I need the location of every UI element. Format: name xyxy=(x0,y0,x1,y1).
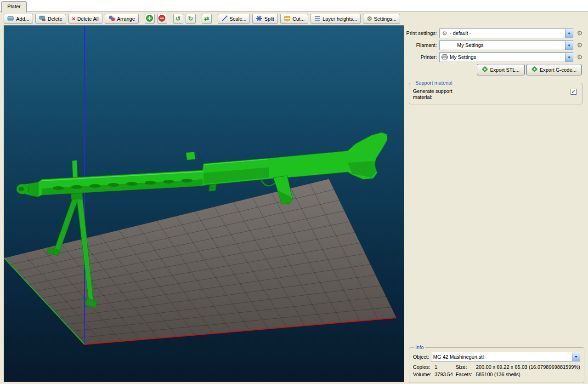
tab-plater[interactable]: Plater xyxy=(1,1,27,12)
object-select[interactable]: MG 42 Mashinegun.stl xyxy=(431,352,580,361)
delete-all-button[interactable]: × Delete All xyxy=(68,14,102,24)
filament-gear-button[interactable]: ⚙ xyxy=(575,40,584,50)
print-settings-row: Print settings: ⚙ - default - ⚙ xyxy=(406,28,586,38)
size-label: Size: xyxy=(456,364,476,370)
export-gcode-button[interactable]: Export G-code... xyxy=(526,64,582,75)
object-label: Object: xyxy=(413,354,431,360)
object-row: Object: MG 42 Mashinegun.stl xyxy=(413,352,580,361)
split-button[interactable]: Split xyxy=(252,14,277,24)
cut-button[interactable]: Cut... xyxy=(280,14,308,24)
printer-row: Printer: My Settings ⚙ xyxy=(406,52,586,62)
delete-button[interactable]: Delete xyxy=(35,14,66,24)
copies-label: Copies: xyxy=(413,364,435,370)
support-row: Generate support material: ✓ xyxy=(413,87,578,100)
printer-dropdown-button[interactable] xyxy=(565,53,573,62)
tab-strip: Plater xyxy=(0,0,588,12)
printer-gear-button[interactable]: ⚙ xyxy=(575,52,584,62)
remove-copy-button[interactable] xyxy=(157,14,167,24)
chevron-down-icon xyxy=(568,45,571,48)
filament-row: Filament: My Settings ⚙ xyxy=(406,40,586,50)
rotate-ccw-button[interactable]: ↺ xyxy=(173,14,183,24)
minus-icon xyxy=(158,15,165,23)
arrange-button[interactable]: Arrange xyxy=(105,14,139,24)
volume-facets-row: Volume: 3793.54 Facets: 585100 (136 shel… xyxy=(413,372,580,377)
info-title: Info xyxy=(414,344,425,350)
rotate-cw-icon: ↻ xyxy=(188,16,193,22)
gear-icon: ⚙ xyxy=(367,16,372,22)
viewport-3d[interactable] xyxy=(4,25,404,382)
copies-size-row: Copies: 1 Size: 200.00 x 69.22 x 65.03 (… xyxy=(413,364,580,370)
filament-label: Filament: xyxy=(406,42,439,48)
facets-label: Facets: xyxy=(456,372,476,377)
export-gcode-icon xyxy=(531,66,537,73)
printer-icon xyxy=(440,54,450,60)
rotate-ccw-icon: ↺ xyxy=(175,16,181,22)
size-value: 200.00 x 69.22 x 65.03 (16.0798969881599… xyxy=(476,364,580,370)
filament-select[interactable]: My Settings xyxy=(439,40,573,50)
print-settings-dropdown-button[interactable] xyxy=(565,29,573,38)
preset-gear-icon: ⚙ xyxy=(440,30,450,37)
export-row: Export STL... Export G-code... xyxy=(406,64,582,75)
viewport-scene xyxy=(4,26,404,382)
add-icon xyxy=(7,15,14,23)
checkmark-icon: ✓ xyxy=(571,89,576,94)
generate-support-label: Generate support material: xyxy=(413,87,461,100)
chevron-down-icon xyxy=(575,356,577,359)
cut-icon xyxy=(284,15,291,23)
slic3r-plater-window: { "window": { "tab_label": "Plater" }, "… xyxy=(0,0,588,384)
scale-icon xyxy=(221,15,228,23)
chevron-down-icon xyxy=(568,33,571,36)
filament-value: My Settings xyxy=(457,42,565,48)
toolbar: Add... Delete × Delete All Arrange ↺ ↻ ⇄… xyxy=(0,12,588,25)
delete-all-icon: × xyxy=(72,16,76,22)
printer-label: Printer: xyxy=(406,54,439,60)
add-button[interactable]: Add... xyxy=(4,14,33,24)
chevron-down-icon xyxy=(568,57,571,60)
plus-icon xyxy=(146,15,153,23)
mirror-button[interactable]: ⇄ xyxy=(202,14,212,24)
copies-value: 1 xyxy=(435,364,456,370)
settings-panel: Print settings: ⚙ - default - ⚙ Filament… xyxy=(406,25,586,384)
object-dropdown-button[interactable] xyxy=(572,352,580,361)
facets-value: 585100 (136 shells) xyxy=(476,372,580,377)
print-settings-label: Print settings: xyxy=(406,30,439,36)
layer-heights-button[interactable]: Layer heights... xyxy=(311,14,361,24)
print-settings-value: - default - xyxy=(450,30,565,36)
print-settings-select[interactable]: ⚙ - default - xyxy=(439,29,573,38)
add-copy-button[interactable] xyxy=(145,14,155,24)
object-value: MG 42 Mashinegun.stl xyxy=(431,354,572,360)
mirror-icon: ⇄ xyxy=(204,16,209,22)
support-material-title: Support material xyxy=(414,80,454,86)
printer-value: My Settings xyxy=(450,54,565,60)
split-icon xyxy=(256,15,262,23)
scale-button[interactable]: Scale... xyxy=(218,14,250,24)
filament-dropdown-button[interactable] xyxy=(565,41,573,50)
layer-heights-icon xyxy=(314,15,321,23)
printer-select[interactable]: My Settings xyxy=(439,52,573,62)
print-settings-gear-button[interactable]: ⚙ xyxy=(575,29,584,38)
volume-label: Volume: xyxy=(413,372,435,377)
rotate-cw-button[interactable]: ↻ xyxy=(186,14,196,24)
generate-support-checkbox[interactable]: ✓ xyxy=(571,89,577,95)
settings-button[interactable]: ⚙ Settings... xyxy=(363,14,400,24)
arrange-icon xyxy=(108,15,115,23)
delete-icon xyxy=(39,15,46,23)
support-material-group: Support material Generate support materi… xyxy=(409,80,582,104)
volume-value: 3793.54 xyxy=(435,372,456,377)
export-stl-icon xyxy=(482,66,488,73)
export-stl-button[interactable]: Export STL... xyxy=(477,64,525,75)
info-group: Info Object: MG 42 Mashinegun.stl Copies… xyxy=(409,344,584,383)
